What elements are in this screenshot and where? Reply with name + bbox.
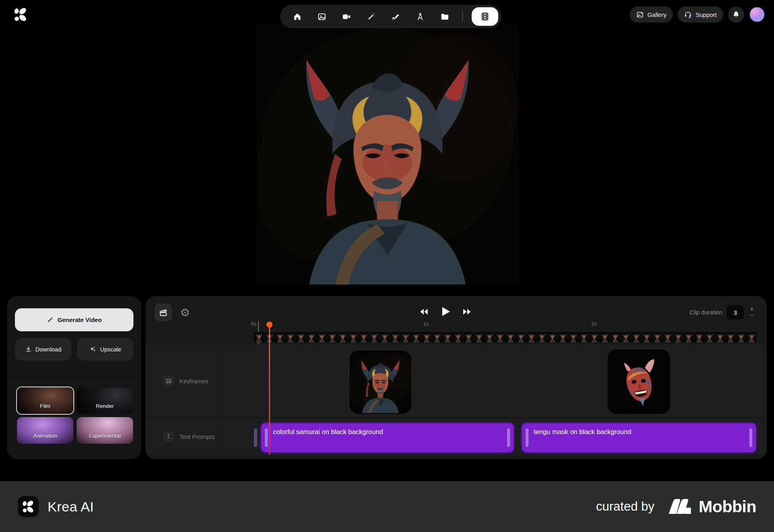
clip-right-handle[interactable] bbox=[507, 428, 510, 447]
nav-divider bbox=[462, 11, 463, 22]
panel-divider bbox=[7, 377, 141, 378]
filmstrip[interactable] bbox=[254, 332, 763, 343]
krea-footer-logo bbox=[18, 496, 39, 517]
keyframes-row-label: Keyframes bbox=[163, 375, 208, 387]
filmstrip-frame bbox=[422, 332, 432, 343]
timeline-settings-button[interactable]: ⚙ bbox=[176, 303, 194, 321]
prompt-clip-tengu[interactable]: tengu mask on black background bbox=[521, 422, 757, 453]
play-icon bbox=[439, 305, 452, 318]
upscale-button[interactable]: Upscale bbox=[77, 338, 133, 361]
text-cursor-icon bbox=[163, 431, 174, 442]
style-tile-render[interactable]: Render bbox=[77, 387, 133, 414]
rewind-button[interactable] bbox=[419, 307, 429, 317]
film-strip-icon bbox=[480, 12, 490, 21]
magic-wand-icon bbox=[366, 12, 376, 21]
filmstrip-frame bbox=[568, 332, 578, 343]
filmstrip-frame bbox=[589, 332, 599, 343]
support-button[interactable]: Support bbox=[678, 6, 723, 23]
filmstrip-frame bbox=[275, 332, 285, 343]
time-label-1s: 1s bbox=[423, 321, 429, 327]
time-label-2s: 2s bbox=[591, 321, 597, 327]
filmstrip-frame bbox=[464, 332, 474, 343]
duration-increase-button[interactable]: + bbox=[748, 306, 755, 312]
magic-wand-dark-icon bbox=[47, 316, 54, 323]
gear-icon: ⚙ bbox=[180, 306, 190, 319]
scenes-button[interactable] bbox=[154, 303, 172, 321]
clip-duration-value[interactable]: 3 bbox=[726, 305, 744, 320]
keyframes-image-icon bbox=[163, 375, 174, 387]
nav-draw-button[interactable] bbox=[387, 8, 404, 25]
gallery-label: Gallery bbox=[647, 11, 667, 18]
headset-icon bbox=[684, 11, 692, 19]
filmstrip-frame bbox=[254, 332, 264, 343]
header-right-group: Gallery Support bbox=[630, 6, 765, 23]
time-label-0s: 0s bbox=[251, 321, 256, 327]
style-tile-film[interactable]: Film bbox=[17, 387, 73, 414]
gallery-icon bbox=[636, 11, 644, 19]
filmstrip-frame bbox=[705, 332, 715, 343]
sparkles-icon bbox=[89, 346, 96, 353]
fast-forward-button[interactable] bbox=[462, 307, 472, 317]
playhead-handle[interactable] bbox=[266, 322, 273, 328]
style-film-label: Film bbox=[40, 403, 50, 414]
duration-decrease-button[interactable]: − bbox=[748, 313, 755, 318]
filmstrip-frame bbox=[642, 332, 652, 343]
nav-video-button[interactable] bbox=[337, 8, 355, 25]
filmstrip-frame bbox=[317, 332, 327, 343]
user-avatar[interactable] bbox=[749, 6, 765, 23]
style-tile-experimental[interactable]: Experimental bbox=[77, 417, 133, 444]
clip-duration-control: Clip duration 3 + − bbox=[690, 305, 755, 320]
filmstrip-frame bbox=[506, 332, 516, 343]
support-label: Support bbox=[695, 11, 717, 18]
krea-video-editor-app: Gallery Support bbox=[0, 0, 774, 532]
filmstrip-frame bbox=[390, 332, 400, 343]
mobbin-wordmark: Mobbin bbox=[699, 497, 756, 516]
folder-icon bbox=[440, 12, 449, 21]
text-prompts-row-label: Text Prompts bbox=[163, 431, 215, 442]
row-divider bbox=[146, 417, 767, 418]
filmstrip-frame bbox=[327, 332, 337, 343]
generation-panel: Generate Video Download Upscale Film Ren… bbox=[7, 296, 141, 459]
clip-left-handle[interactable] bbox=[526, 428, 528, 447]
filmstrip-frame bbox=[485, 332, 495, 343]
filmstrip-frame bbox=[715, 332, 725, 343]
nav-train-button[interactable] bbox=[411, 8, 429, 25]
krea-logo[interactable] bbox=[12, 6, 29, 23]
footer-curator-group: curated by Mobbin bbox=[596, 497, 757, 516]
filmstrip-frame bbox=[621, 332, 631, 343]
playhead-line bbox=[269, 327, 270, 455]
filmstrip-frame bbox=[359, 332, 369, 343]
timeline-rows: Keyframes Text Prompts colorful sam bbox=[146, 345, 767, 455]
download-label: Download bbox=[35, 346, 62, 353]
prompt-trim-handle-start[interactable] bbox=[254, 428, 257, 447]
play-button[interactable] bbox=[439, 305, 452, 318]
keyframe-thumbnail-tengu-mask[interactable] bbox=[608, 349, 670, 414]
filmstrip-frame bbox=[684, 332, 694, 343]
keyframe-thumbnail-samurai[interactable] bbox=[350, 351, 411, 414]
nav-video-editor-button-selected[interactable] bbox=[472, 7, 498, 26]
footer-brand-group: Krea AI bbox=[18, 496, 94, 517]
generate-video-button[interactable]: Generate Video bbox=[15, 308, 133, 331]
download-icon bbox=[25, 346, 32, 353]
notifications-button[interactable] bbox=[728, 6, 744, 23]
download-button[interactable]: Download bbox=[15, 338, 71, 361]
nav-home-button[interactable] bbox=[288, 8, 306, 25]
video-preview-canvas bbox=[257, 23, 518, 285]
clip-left-handle[interactable] bbox=[265, 428, 268, 447]
gallery-button[interactable]: Gallery bbox=[630, 6, 673, 23]
image-icon bbox=[317, 12, 327, 21]
prompt-clip-samurai[interactable]: colorful samurai on black background bbox=[260, 422, 515, 453]
style-tile-animation[interactable]: Animation bbox=[17, 417, 73, 444]
clip-right-handle[interactable] bbox=[749, 428, 752, 447]
nav-assets-button[interactable] bbox=[436, 8, 454, 25]
style-experimental-label: Experimental bbox=[89, 433, 121, 444]
mobbin-brand: Mobbin bbox=[668, 497, 756, 516]
generate-video-label: Generate Video bbox=[58, 316, 102, 323]
pencil-draw-icon bbox=[391, 12, 400, 21]
compass-icon bbox=[416, 12, 425, 21]
nav-enhance-button[interactable] bbox=[362, 8, 380, 25]
clip-duration-label: Clip duration bbox=[690, 309, 722, 316]
nav-image-button[interactable] bbox=[313, 8, 331, 25]
prompt-clip-text: colorful samurai on black background bbox=[273, 428, 383, 436]
footer-brand-name: Krea AI bbox=[48, 499, 94, 515]
